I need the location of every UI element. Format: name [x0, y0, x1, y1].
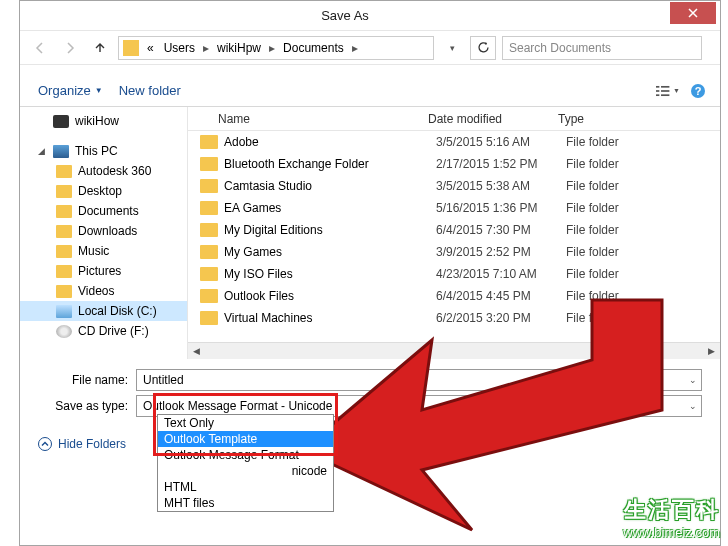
arrow-up-icon — [93, 41, 107, 55]
hide-folders-button[interactable]: Hide Folders — [38, 437, 126, 451]
folder-icon — [200, 245, 218, 259]
folder-icon — [200, 201, 218, 215]
folder-icon — [56, 265, 72, 278]
sidebar-item-cd-drive[interactable]: CD Drive (F:) — [20, 321, 187, 341]
help-button[interactable]: ? — [686, 79, 710, 103]
svg-text:?: ? — [695, 85, 702, 97]
filetype-label: Save as type: — [38, 399, 136, 413]
scroll-right-icon[interactable]: ▶ — [703, 343, 720, 360]
breadcrumb-lead: « — [143, 41, 158, 55]
folder-icon — [200, 289, 218, 303]
folder-icon — [56, 225, 72, 238]
watermark: 生活百科 www.bimeiz.com — [623, 495, 720, 540]
sidebar-item-documents[interactable]: Documents — [20, 201, 187, 221]
sidebar-item-local-disk[interactable]: Local Disk (C:) — [20, 301, 187, 321]
search-input[interactable]: Search Documents — [502, 36, 702, 60]
chevron-down-icon: ▼ — [673, 87, 680, 94]
svg-rect-2 — [656, 90, 659, 92]
file-row[interactable]: My ISO Files4/23/2015 7:10 AMFile folder — [188, 263, 720, 285]
search-placeholder: Search Documents — [509, 41, 611, 55]
file-row[interactable]: Outlook Files6/4/2015 4:45 PMFile folder — [188, 285, 720, 307]
svg-rect-3 — [661, 90, 669, 92]
folder-icon — [200, 157, 218, 171]
drive-icon — [56, 305, 72, 318]
column-type[interactable]: Type — [558, 112, 720, 126]
refresh-button[interactable] — [470, 36, 496, 60]
nav-bar: « Users ▸ wikiHpw ▸ Documents ▸ ▾ Search… — [20, 31, 720, 65]
breadcrumb[interactable]: « Users ▸ wikiHpw ▸ Documents ▸ — [118, 36, 434, 60]
watermark-text: 生活百科 — [623, 495, 720, 525]
chevron-right-icon: ▸ — [201, 41, 211, 55]
titlebar: Save As — [20, 1, 720, 31]
dropdown-option[interactable]: HTML — [158, 479, 333, 495]
chevron-down-icon: ⌄ — [689, 375, 697, 385]
help-icon: ? — [690, 83, 706, 99]
folder-icon — [200, 135, 218, 149]
folder-icon — [123, 40, 139, 56]
file-row[interactable]: Camtasia Studio3/5/2015 5:38 AMFile fold… — [188, 175, 720, 197]
column-name[interactable]: Name — [188, 112, 428, 126]
breadcrumb-item[interactable]: Users — [160, 41, 199, 55]
file-pane: Name Date modified Type Adobe3/5/2015 5:… — [188, 107, 720, 359]
view-options-button[interactable]: ▼ — [656, 79, 680, 103]
svg-rect-4 — [656, 94, 659, 96]
sidebar-item-wikihow[interactable]: wikiHow — [20, 111, 187, 131]
sidebar-item-autodesk[interactable]: Autodesk 360 — [20, 161, 187, 181]
breadcrumb-item[interactable]: wikiHpw — [213, 41, 265, 55]
person-icon — [53, 115, 69, 128]
breadcrumb-dropdown[interactable]: ▾ — [440, 36, 464, 60]
filename-input[interactable]: Untitled⌄ — [136, 369, 702, 391]
dropdown-option-obscured[interactable]: nicode — [158, 463, 333, 479]
folder-icon — [200, 267, 218, 281]
scroll-left-icon[interactable]: ◀ — [188, 343, 205, 360]
back-button[interactable] — [28, 36, 52, 60]
dialog-body: wikiHow ◢This PC Autodesk 360 Desktop Do… — [20, 107, 720, 359]
forward-button[interactable] — [58, 36, 82, 60]
sidebar-item-music[interactable]: Music — [20, 241, 187, 261]
pc-icon — [53, 145, 69, 158]
sidebar-item-downloads[interactable]: Downloads — [20, 221, 187, 241]
folder-icon — [56, 185, 72, 198]
cd-icon — [56, 325, 72, 338]
chevron-down-icon: ▼ — [95, 86, 103, 95]
expand-icon: ◢ — [38, 146, 47, 156]
dropdown-option[interactable]: MHT files — [158, 495, 333, 511]
file-row[interactable]: My Games3/9/2015 2:52 PMFile folder — [188, 241, 720, 263]
up-button[interactable] — [88, 36, 112, 60]
svg-rect-1 — [661, 85, 669, 87]
organize-button[interactable]: Organize▼ — [30, 79, 111, 102]
file-row[interactable]: Virtual Machines6/2/2015 3:20 PMFile fol… — [188, 307, 720, 329]
file-row[interactable]: Bluetooth Exchange Folder2/17/2015 1:52 … — [188, 153, 720, 175]
dropdown-option[interactable]: Outlook Message Format — [158, 447, 333, 463]
sidebar-item-pictures[interactable]: Pictures — [20, 261, 187, 281]
form-area: File name: Untitled⌄ Save as type: Outlo… — [20, 359, 720, 427]
dropdown-option[interactable]: Text Only — [158, 415, 333, 431]
column-date[interactable]: Date modified — [428, 112, 558, 126]
footer: Hide Folders — [20, 427, 720, 461]
sidebar: wikiHow ◢This PC Autodesk 360 Desktop Do… — [20, 107, 188, 359]
file-row[interactable]: Adobe3/5/2015 5:16 AMFile folder — [188, 131, 720, 153]
breadcrumb-item[interactable]: Documents — [279, 41, 348, 55]
file-row[interactable]: My Digital Editions6/4/2015 7:30 PMFile … — [188, 219, 720, 241]
svg-point-8 — [39, 438, 52, 451]
window-title: Save As — [20, 8, 670, 23]
folder-icon — [200, 179, 218, 193]
chevron-right-icon: ▸ — [350, 41, 360, 55]
chevron-right-icon: ▸ — [267, 41, 277, 55]
column-headers: Name Date modified Type — [188, 107, 720, 131]
sidebar-item-this-pc[interactable]: ◢This PC — [20, 141, 187, 161]
filename-row: File name: Untitled⌄ — [38, 369, 702, 391]
new-folder-button[interactable]: New folder — [111, 79, 189, 102]
close-button[interactable] — [670, 2, 716, 24]
file-row[interactable]: EA Games5/16/2015 1:36 PMFile folder — [188, 197, 720, 219]
chevron-down-icon: ⌄ — [689, 401, 697, 411]
folder-icon — [200, 311, 218, 325]
filename-label: File name: — [38, 373, 136, 387]
file-list: Adobe3/5/2015 5:16 AMFile folder Bluetoo… — [188, 131, 720, 342]
arrow-right-icon — [63, 41, 77, 55]
sidebar-item-videos[interactable]: Videos — [20, 281, 187, 301]
sidebar-item-desktop[interactable]: Desktop — [20, 181, 187, 201]
dropdown-option-selected[interactable]: Outlook Template — [158, 431, 333, 447]
filetype-dropdown[interactable]: Text Only Outlook Template Outlook Messa… — [157, 414, 334, 512]
horizontal-scrollbar[interactable]: ◀ ▶ — [188, 342, 720, 359]
